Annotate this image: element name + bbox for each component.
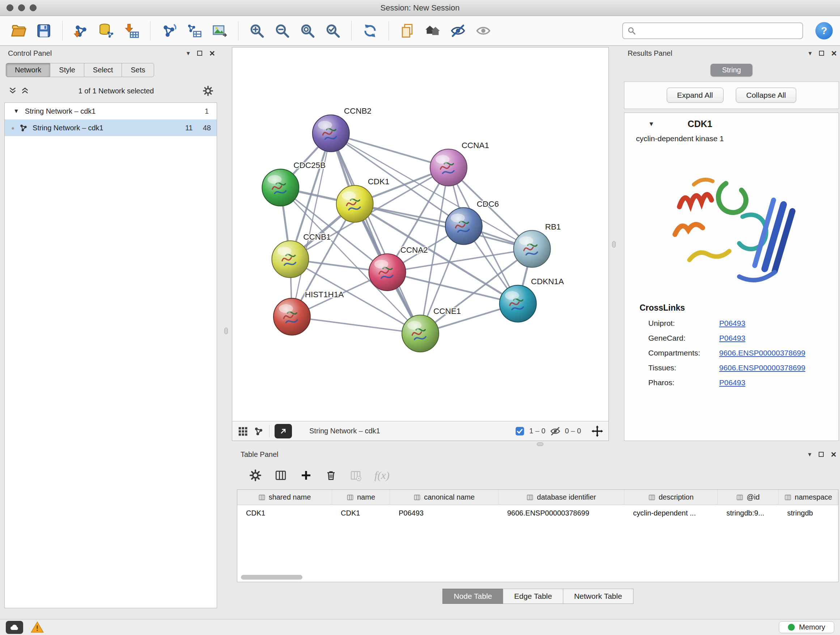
network-node-CDKN1A[interactable]: CDKN1A (500, 277, 564, 322)
network-icon[interactable] (253, 426, 264, 437)
table-header-row: shared name name canonical name database… (237, 490, 838, 505)
network-node-CCNA1[interactable]: CCNA1 (430, 141, 489, 186)
crosslink-link[interactable]: 9606.ENSP00000378699 (719, 348, 838, 357)
add-column-icon[interactable] (300, 469, 312, 481)
cloud-button[interactable] (6, 621, 23, 634)
open-in-new-button[interactable] (275, 424, 292, 439)
warning-icon[interactable] (30, 621, 44, 634)
column-header[interactable]: database identifier (499, 490, 624, 505)
network-node-CDC25B[interactable]: CDC25B (262, 161, 325, 206)
delete-column-icon[interactable] (325, 470, 337, 481)
gear-icon[interactable] (249, 469, 262, 481)
selected-checkbox-icon[interactable] (515, 426, 525, 436)
search-input[interactable] (639, 27, 798, 35)
tab-network[interactable]: Network (6, 63, 50, 77)
zoom-fit-button[interactable] (296, 19, 319, 42)
hide-selected-button[interactable] (447, 19, 469, 42)
panel-close-icon[interactable]: × (831, 49, 837, 58)
copy-style-button[interactable] (396, 19, 418, 42)
horizontal-scrollbar[interactable] (241, 575, 302, 580)
column-header[interactable]: @id (718, 490, 778, 505)
cell-namespace: stringdb (778, 509, 838, 517)
network-canvas[interactable]: CCNB2CCNA1CDC25BCDK1CDC6RB1CCNB1CCNA2CDK… (232, 48, 608, 421)
crosslink-link[interactable]: P06493 (719, 334, 838, 342)
import-network-from-file-button[interactable] (70, 19, 92, 42)
tab-string[interactable]: String (711, 64, 752, 76)
expand-all-icon[interactable] (8, 86, 17, 96)
open-session-button[interactable] (7, 19, 30, 42)
expand-all-button[interactable]: Expand All (667, 88, 723, 103)
network-row-selected[interactable]: ● String Network – cdk1 11 48 (5, 119, 217, 136)
columns-icon[interactable] (275, 469, 287, 481)
network-node-CDK1[interactable]: CDK1 (336, 177, 390, 222)
panel-collapse-icon[interactable]: ▾ (808, 49, 812, 57)
panel-float-icon[interactable] (819, 452, 824, 457)
minimize-window-button[interactable] (18, 4, 25, 11)
zoom-out-button[interactable] (271, 19, 294, 42)
panel-collapse-icon[interactable]: ▾ (808, 450, 812, 458)
network-edge[interactable] (355, 204, 532, 249)
collapse-all-button[interactable]: Collapse All (736, 88, 797, 103)
export-image-button[interactable] (208, 19, 231, 42)
tab-sets[interactable]: Sets (122, 63, 154, 77)
panel-float-icon[interactable] (197, 51, 202, 56)
tab-network-table[interactable]: Network Table (563, 589, 633, 604)
import-network-from-database-button[interactable] (95, 19, 118, 42)
new-network-from-selection-button[interactable] (158, 19, 180, 42)
cell-database-identifier: 9606.ENSP00000378699 (499, 509, 624, 517)
cloud-icon (9, 622, 19, 632)
table-row[interactable]: CDK1 CDK1 P06493 9606.ENSP00000378699 cy… (237, 505, 838, 521)
panel-close-icon[interactable]: × (831, 450, 836, 459)
zoom-selected-button[interactable] (322, 19, 344, 42)
crosshair-icon[interactable] (591, 425, 603, 437)
network-node-CCNB1[interactable]: CCNB1 (272, 233, 331, 278)
crosslink-link[interactable]: P06493 (719, 378, 838, 387)
crosslink-link[interactable]: P06493 (719, 319, 838, 328)
column-header[interactable]: shared name (237, 490, 332, 505)
apply-layout-button[interactable] (359, 19, 381, 42)
search-box (622, 22, 803, 39)
crosslink-row: Pharos: P06493 (624, 378, 838, 387)
network-node-RB1[interactable]: RB1 (514, 222, 561, 268)
panel-collapse-icon[interactable]: ▾ (187, 49, 190, 57)
column-header[interactable]: namespace (778, 490, 838, 505)
network-edge[interactable] (387, 272, 518, 304)
splitter-handle[interactable] (537, 442, 543, 446)
splitter-handle[interactable] (612, 241, 616, 248)
zoom-window-button[interactable] (30, 4, 36, 11)
splitter-handle[interactable] (224, 328, 228, 334)
panel-close-icon[interactable]: × (210, 49, 215, 58)
column-header[interactable]: description (624, 490, 718, 505)
disclosure-triangle-icon[interactable]: ▼ (648, 120, 654, 128)
column-header[interactable]: canonical name (390, 490, 499, 505)
network-graph[interactable]: CCNB2CCNA1CDC25BCDK1CDC6RB1CCNB1CCNA2CDK… (232, 48, 608, 421)
tab-select[interactable]: Select (84, 63, 122, 77)
network-collection-row[interactable]: ▼ String Network – cdk1 1 (5, 103, 217, 119)
panel-float-icon[interactable] (819, 51, 824, 56)
disclosure-triangle-icon[interactable]: ▼ (13, 108, 19, 114)
network-edge[interactable] (331, 133, 420, 333)
help-button[interactable]: ? (815, 22, 833, 40)
save-session-button[interactable] (33, 19, 55, 42)
tab-style[interactable]: Style (50, 63, 84, 77)
gene-entry-header[interactable]: ▼ CDK1 (624, 113, 838, 131)
close-window-button[interactable] (6, 4, 13, 11)
zoom-in-button[interactable] (246, 19, 268, 42)
tab-node-table[interactable]: Node Table (442, 589, 503, 604)
gear-icon[interactable] (202, 86, 213, 96)
clone-network-button[interactable] (183, 19, 205, 42)
hidden-eye-slash-icon[interactable] (550, 426, 561, 437)
network-node-HIST1H1A[interactable]: HIST1H1A (273, 290, 344, 335)
import-table-from-file-button[interactable] (120, 19, 143, 42)
column-header[interactable]: name (332, 490, 390, 505)
crosslink-label: Compartments: (648, 348, 719, 357)
show-all-button[interactable] (472, 19, 494, 42)
tab-edge-table[interactable]: Edge Table (503, 589, 563, 604)
collapse-all-icon[interactable] (20, 86, 30, 96)
crosslink-link[interactable]: 9606.ENSP00000378699 (719, 363, 838, 372)
birds-eye-view-button[interactable] (422, 19, 444, 42)
network-edge[interactable] (292, 317, 420, 333)
memory-button[interactable]: Memory (779, 621, 834, 633)
grid-icon[interactable] (237, 426, 248, 437)
network-node-CCNB2[interactable]: CCNB2 (313, 106, 371, 152)
